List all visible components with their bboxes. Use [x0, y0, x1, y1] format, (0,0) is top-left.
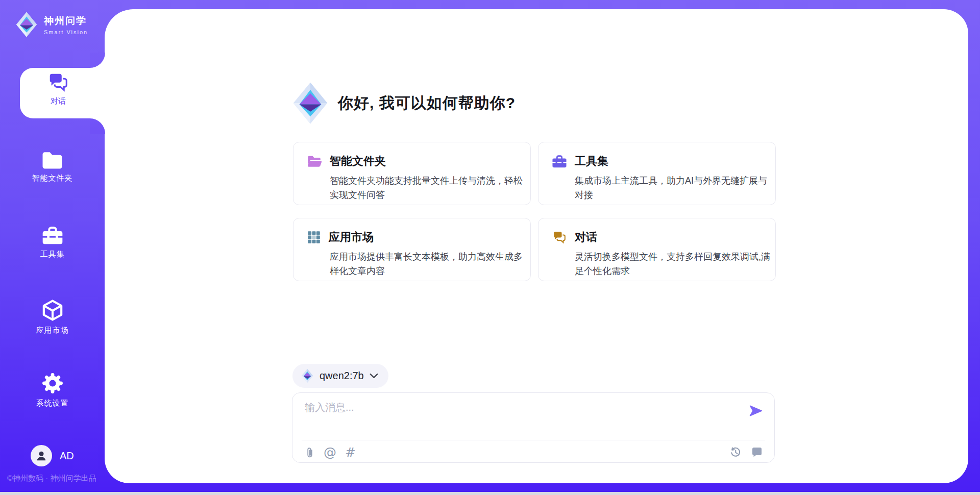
- user-name: AD: [60, 450, 74, 462]
- card-description: 智能文件夹功能支持批量文件上传与清洗，轻松实现文件问答: [330, 174, 526, 202]
- greeting-block: 你好, 我可以如何帮助你?: [291, 81, 516, 126]
- sidebar-item-app-market[interactable]: 应用市场: [0, 299, 105, 335]
- greeting-title: 你好, 我可以如何帮助你?: [338, 93, 516, 114]
- copyright-text: ©神州数码 · 神州问学出品: [7, 474, 96, 483]
- gear-icon: [41, 372, 64, 394]
- sidebar-item-label: 智能文件夹: [32, 174, 73, 183]
- person-icon: [35, 449, 48, 462]
- logo-diamond-icon: [15, 11, 38, 38]
- sidebar-item-toolset[interactable]: 工具集: [0, 225, 105, 259]
- composer-tools-right: [729, 446, 763, 458]
- tab-fillet-top: [90, 53, 105, 68]
- paperclip-icon: [305, 446, 315, 459]
- card-title: 智能文件夹: [330, 154, 386, 169]
- message-composer: @ #: [292, 392, 775, 463]
- avatar: [31, 445, 52, 466]
- cube-icon: [41, 299, 64, 321]
- topic-button[interactable]: #: [345, 447, 356, 459]
- user-profile[interactable]: AD: [31, 445, 74, 466]
- briefcase-icon: [41, 225, 64, 245]
- sidebar-item-label: 应用市场: [36, 326, 69, 335]
- sidebar-item-label: 工具集: [40, 250, 65, 259]
- composer-divider: [302, 440, 765, 440]
- app-root: 你好, 我可以如何帮助你? 智能文件夹 智能文件夹功能支持批量文件上传与清洗，轻…: [0, 0, 980, 495]
- sidebar-item-settings[interactable]: 系统设置: [0, 372, 105, 408]
- at-icon: @: [324, 447, 336, 459]
- feature-cards: 智能文件夹 智能文件夹功能支持批量文件上传与清洗，轻松实现文件问答: [293, 142, 776, 281]
- message-input[interactable]: [305, 401, 739, 430]
- grid-icon: [307, 230, 321, 244]
- folder-icon: [41, 150, 64, 169]
- sidebar-item-smart-folder[interactable]: 智能文件夹: [0, 150, 105, 183]
- chat-icon: [552, 230, 567, 244]
- sidebar-item-label: 对话: [51, 96, 66, 106]
- card-title: 应用市场: [329, 230, 374, 245]
- model-diamond-icon: [301, 368, 314, 383]
- brand-diamond-icon: [291, 81, 330, 126]
- model-name: qwen2:7b: [320, 370, 364, 382]
- mention-button[interactable]: @: [324, 447, 336, 459]
- app-logo: 神州问学 Smart Vision: [15, 11, 88, 38]
- card-app-market[interactable]: 应用市场 应用市场提供丰富长文本模板，助力高效生成多样化文章内容: [293, 218, 531, 281]
- main-content-panel: 你好, 我可以如何帮助你? 智能文件夹 智能文件夹功能支持批量文件上传与清洗，轻…: [105, 9, 968, 483]
- card-smart-folder[interactable]: 智能文件夹 智能文件夹功能支持批量文件上传与清洗，轻松实现文件问答: [293, 142, 531, 205]
- feedback-button[interactable]: [751, 446, 763, 458]
- brand-title: 神州问学: [44, 14, 88, 28]
- sidebar-item-chat[interactable]: 对话: [20, 71, 96, 106]
- folder-icon: [307, 155, 322, 168]
- card-description: 应用市场提供丰富长文本模板，助力高效生成多样化文章内容: [330, 250, 526, 278]
- brand-subtitle: Smart Vision: [44, 29, 88, 35]
- briefcase-icon: [552, 154, 567, 168]
- chevron-down-icon: [370, 373, 378, 379]
- composer-tools-left: @ #: [305, 446, 356, 459]
- card-description: 集成市场上主流工具，助力AI与外界无缝扩展与对接: [575, 174, 771, 202]
- attach-button[interactable]: [305, 446, 315, 459]
- send-button[interactable]: [749, 404, 763, 419]
- card-description: 灵活切换多模型文件，支持多样回复效果调试,满足个性化需求: [575, 250, 771, 278]
- chat-bubble-icon: [751, 446, 763, 458]
- card-toolset[interactable]: 工具集 集成市场上主流工具，助力AI与外界无缝扩展与对接: [538, 142, 776, 205]
- window-bottom-edge: [0, 492, 980, 495]
- hash-icon: #: [345, 447, 356, 459]
- sidebar-item-label: 系统设置: [36, 399, 69, 408]
- history-button[interactable]: [729, 446, 742, 458]
- model-selector[interactable]: qwen2:7b: [292, 364, 388, 388]
- card-title: 对话: [575, 230, 597, 245]
- send-icon: [749, 404, 763, 418]
- card-chat[interactable]: 对话 灵活切换多模型文件，支持多样回复效果调试,满足个性化需求: [538, 218, 776, 281]
- tab-fillet-bottom: [90, 118, 105, 134]
- history-icon: [729, 446, 742, 458]
- chat-icon: [47, 71, 69, 93]
- card-title: 工具集: [575, 154, 608, 169]
